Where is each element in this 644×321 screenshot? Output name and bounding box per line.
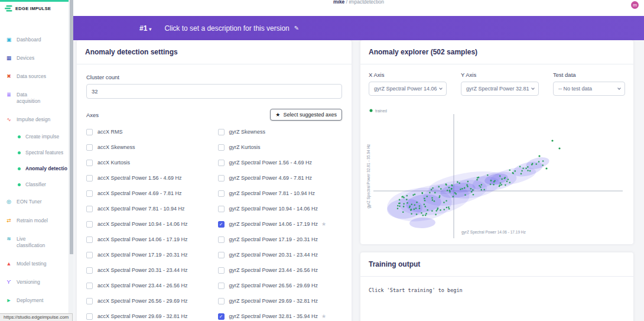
trained-point (424, 198, 425, 200)
cluster-count-input[interactable] (86, 84, 342, 99)
trained-point (453, 196, 454, 197)
sidebar-item-eon-tuner[interactable]: ◎EON Tuner (0, 193, 69, 211)
trained-point (501, 179, 503, 180)
axis-label: gyrZ Kurtosis (229, 144, 261, 150)
sidebar-item-label: Data acquisition (17, 92, 51, 105)
axis-checkbox[interactable]: ✓ (86, 190, 93, 197)
sidebar-item-data-sources[interactable]: ✖Data sources (0, 67, 69, 86)
axis-checkbox[interactable]: ✓ (86, 129, 93, 135)
axis-checkbox[interactable]: ✓ (218, 252, 225, 258)
axis-checkbox[interactable]: ✓ (86, 267, 93, 274)
trained-point (427, 209, 428, 211)
sidebar-item-classifier[interactable]: Classifier (0, 177, 69, 193)
axis-row[interactable]: ✓accX Skewness (86, 140, 211, 155)
sidebar-item-label: Create impulse (25, 134, 59, 140)
axis-label: gyrZ Spectral Power 4.69 - 7.81 Hz (229, 175, 313, 181)
axis-checkbox[interactable]: ✓ (218, 129, 225, 135)
anomaly-chart[interactable]: trainedgyrZ Spectral Power 32.81 - 35.94… (365, 102, 625, 243)
axis-row[interactable]: ✓gyrZ Spectral Power 23.44 - 26.56 Hz (218, 262, 343, 278)
axis-row[interactable]: ✓accX RMS (86, 124, 211, 140)
version-description[interactable]: Click to set a description for this vers… (164, 24, 289, 33)
trained-point (506, 180, 508, 182)
sidebar-item-dashboard[interactable]: ▣Dashboard (0, 31, 69, 49)
breadcrumb-project[interactable]: impactdetection (349, 0, 384, 5)
sidebar-item-versioning[interactable]: ϒVersioning (0, 273, 69, 291)
axis-checkbox[interactable]: ✓ (218, 175, 225, 181)
test-data-select[interactable]: -- No test data (553, 82, 625, 96)
axis-row[interactable]: ✓gyrZ Spectral Power 17.19 - 20.31 Hz (218, 232, 343, 247)
axis-checkbox[interactable]: ✓ (86, 252, 93, 258)
axis-checkbox[interactable]: ✓ (86, 160, 93, 166)
axis-checkbox[interactable]: ✓ (86, 298, 93, 304)
axis-row[interactable]: ✓accX Spectral Power 23.44 - 26.56 Hz (86, 278, 211, 293)
axis-checkbox[interactable]: ✓ (218, 221, 225, 228)
edit-icon[interactable]: ✎ (294, 25, 299, 31)
trained-point (435, 214, 437, 216)
sidebar-item-anomaly-detection[interactable]: Anomaly detection (0, 161, 69, 177)
trained-point (447, 190, 448, 192)
sidebar-item-live-classification[interactable]: ≋Live classification (0, 230, 69, 255)
axes-column-right: ✓gyrZ Skewness✓gyrZ Kurtosis✓gyrZ Spectr… (218, 124, 343, 321)
sidebar-item-model-testing[interactable]: ▲Model testing (0, 255, 69, 273)
retrain-model-icon: ⇄ (5, 218, 12, 224)
breadcrumb-user[interactable]: mike (333, 0, 344, 5)
axis-row[interactable]: ✓gyrZ Spectral Power 4.69 - 7.81 Hz (218, 170, 343, 186)
axis-row[interactable]: ✓accX Spectral Power 4.69 - 7.81 Hz (86, 186, 211, 201)
axis-row[interactable]: ✓gyrZ Spectral Power 26.56 - 29.69 Hz (218, 278, 343, 293)
axis-checkbox[interactable]: ✓ (86, 313, 93, 320)
axis-checkbox[interactable]: ✓ (218, 283, 225, 289)
axis-row[interactable]: ✓gyrZ Kurtosis (218, 140, 343, 155)
axis-row[interactable]: ✓accX Spectral Power 29.69 - 32.81 Hz (86, 309, 211, 321)
y-axis-select[interactable]: gyrZ Spectral Power 32.81 (461, 82, 539, 96)
axis-checkbox[interactable]: ✓ (218, 298, 225, 304)
axis-row[interactable]: ✓gyrZ Spectral Power 14.06 - 17.19 Hz★ (218, 216, 343, 232)
sidebar-item-data-acquisition[interactable]: ≣Data acquisition (0, 86, 69, 111)
axis-checkbox[interactable]: ✓ (86, 221, 93, 228)
sidebar-item-devices[interactable]: ▦Devices (0, 49, 69, 67)
axis-checkbox[interactable]: ✓ (86, 236, 93, 243)
axis-checkbox[interactable]: ✓ (86, 206, 93, 212)
logo[interactable]: EDGE IMPULSE (0, 2, 69, 14)
axis-row[interactable]: ✓gyrZ Spectral Power 10.94 - 14.06 Hz (218, 201, 343, 216)
axis-row[interactable]: ✓gyrZ Spectral Power 1.56 - 4.69 Hz (218, 155, 343, 170)
axis-checkbox[interactable]: ✓ (218, 236, 225, 243)
axis-checkbox[interactable]: ✓ (218, 160, 225, 166)
axis-checkbox[interactable]: ✓ (218, 144, 225, 151)
axis-checkbox[interactable]: ✓ (218, 190, 225, 197)
axis-row[interactable]: ✓gyrZ Spectral Power 32.81 - 35.94 Hz★ (218, 309, 343, 321)
trained-point (398, 203, 400, 205)
axis-checkbox[interactable]: ✓ (86, 283, 93, 289)
axis-row[interactable]: ✓gyrZ Spectral Power 20.31 - 23.44 Hz (218, 247, 343, 262)
sidebar-item-deployment[interactable]: ►Deployment (0, 291, 69, 310)
axis-row[interactable]: ✓accX Spectral Power 17.19 - 20.31 Hz (86, 247, 211, 262)
training-output-text: Click 'Start training' to begin (360, 277, 633, 304)
axis-checkbox[interactable]: ✓ (86, 175, 93, 181)
axis-checkbox[interactable]: ✓ (218, 206, 225, 212)
axis-row[interactable]: ✓accX Spectral Power 10.94 - 14.06 Hz (86, 216, 211, 232)
sidebar-item-spectral-features[interactable]: Spectral features (0, 145, 69, 161)
axis-row[interactable]: ✓accX Spectral Power 7.81 - 10.94 Hz (86, 201, 211, 216)
axis-row[interactable]: ✓gyrZ Spectral Power 29.69 - 32.81 Hz (218, 293, 343, 309)
trained-point (490, 183, 492, 185)
axis-checkbox[interactable]: ✓ (86, 144, 93, 151)
axis-row[interactable]: ✓accX Spectral Power 1.56 - 4.69 Hz (86, 170, 211, 186)
sidebar-item-impulse-design[interactable]: ∿Impulse design (0, 111, 69, 129)
version-selector[interactable]: #1▾ (139, 24, 151, 33)
sidebar-item-retrain-model[interactable]: ⇄Retrain model (0, 212, 69, 230)
axis-checkbox[interactable]: ✓ (218, 313, 225, 320)
axis-row[interactable]: ✓gyrZ Skewness (218, 124, 343, 140)
axis-row[interactable]: ✓accX Spectral Power 14.06 - 17.19 Hz (86, 232, 211, 247)
topbar: mike / impactdetection m (73, 0, 644, 16)
sidebar-item-label: Impulse design (17, 116, 50, 123)
axis-row[interactable]: ✓accX Spectral Power 26.56 - 29.69 Hz (86, 293, 211, 309)
axis-checkbox[interactable]: ✓ (218, 267, 225, 274)
sidebar-item-create-impulse[interactable]: Create impulse (0, 129, 69, 145)
axis-row[interactable]: ✓gyrZ Spectral Power 7.81 - 10.94 Hz (218, 186, 343, 201)
live-classification-icon: ≋ (5, 236, 12, 242)
axis-row[interactable]: ✓accX Spectral Power 20.31 - 23.44 Hz (86, 262, 211, 278)
x-axis-select[interactable]: gyrZ Spectral Power 14.06 (369, 82, 447, 96)
trained-point (487, 174, 489, 176)
select-suggested-axes-button[interactable]: ★ Select suggested axes (270, 109, 342, 121)
avatar[interactable]: m (631, 1, 639, 9)
axis-row[interactable]: ✓accX Kurtosis (86, 155, 211, 170)
